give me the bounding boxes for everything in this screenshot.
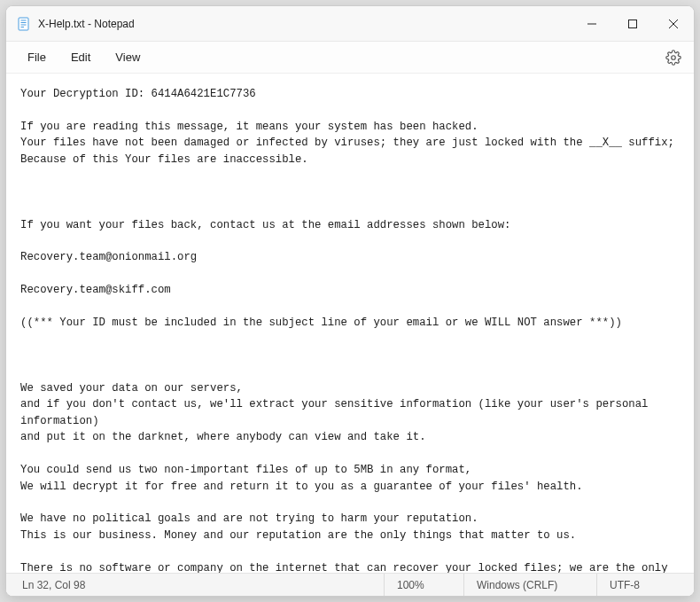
text-area[interactable]: Your Decryption ID: 6414A6421E1C7736 If … bbox=[6, 74, 694, 573]
svg-point-9 bbox=[672, 55, 676, 59]
menu-view[interactable]: View bbox=[103, 45, 152, 69]
menu-file[interactable]: File bbox=[15, 45, 58, 69]
svg-rect-6 bbox=[629, 20, 637, 27]
status-position: Ln 32, Col 98 bbox=[6, 574, 97, 596]
notepad-icon bbox=[17, 17, 31, 31]
window-controls bbox=[572, 6, 694, 41]
maximize-button[interactable] bbox=[612, 6, 653, 41]
close-button[interactable] bbox=[653, 6, 694, 41]
notepad-window: X-Help.txt - Notepad File Edit View Your… bbox=[5, 5, 695, 597]
svg-rect-0 bbox=[19, 18, 28, 30]
status-zoom: 100% bbox=[384, 574, 463, 596]
statusbar: Ln 32, Col 98 100% Windows (CRLF) UTF-8 bbox=[6, 573, 694, 596]
gear-icon[interactable] bbox=[665, 50, 681, 66]
menubar: File Edit View bbox=[6, 42, 694, 74]
status-line-ending: Windows (CRLF) bbox=[463, 574, 596, 596]
window-title: X-Help.txt - Notepad bbox=[38, 18, 135, 30]
status-encoding: UTF-8 bbox=[596, 574, 694, 596]
minimize-button[interactable] bbox=[572, 6, 612, 41]
titlebar-left: X-Help.txt - Notepad bbox=[6, 17, 572, 31]
titlebar: X-Help.txt - Notepad bbox=[6, 6, 694, 42]
menu-edit[interactable]: Edit bbox=[58, 45, 103, 69]
